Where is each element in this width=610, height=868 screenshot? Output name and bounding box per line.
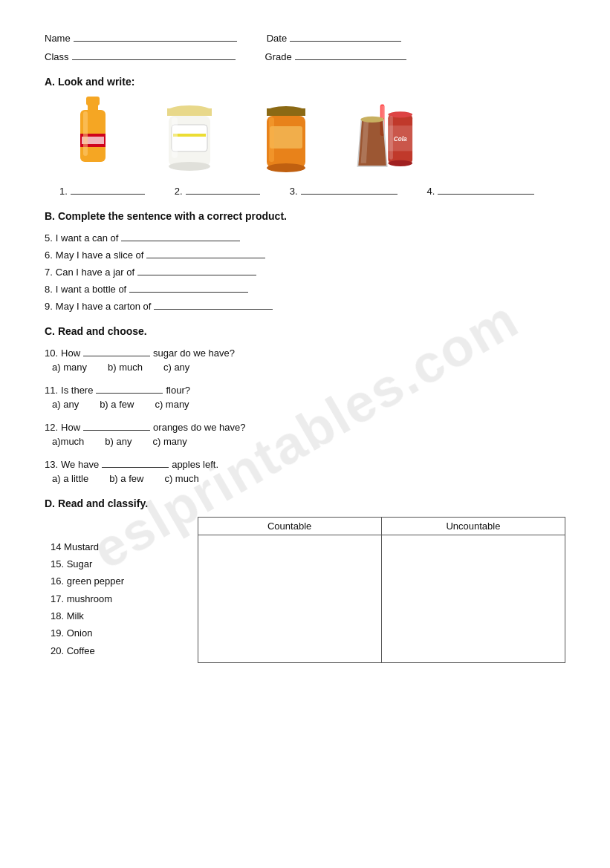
question-11: 11. Is there flour? a) any b) a few c) m… [45, 382, 565, 410]
list-item-19: 19. Onion [51, 624, 192, 642]
q10-blank[interactable] [83, 345, 150, 356]
q12-opt-c[interactable]: c) many [153, 436, 187, 447]
class-label: Class [45, 51, 69, 62]
uncountable-cell[interactable] [381, 535, 565, 663]
items-list: 14 Mustard 15. Sugar 16. green pepper 17… [51, 538, 192, 660]
section-a-title: A. Look and write: [45, 76, 565, 88]
q11-after: flour? [166, 385, 190, 396]
q11-num: 11. [45, 385, 58, 396]
svg-rect-11 [173, 134, 206, 137]
grade-field: Grade [265, 48, 406, 62]
sentence-9-blank[interactable] [154, 298, 273, 310]
classify-table: Countable Uncountable 14 Mustard 15. Sug… [45, 517, 565, 663]
q11-opt-b[interactable]: b) a few [100, 399, 134, 410]
q10-num: 10. [45, 347, 58, 359]
svg-point-16 [267, 163, 305, 172]
class-field: Class [45, 48, 236, 62]
list-item-15: 15. Sugar [51, 555, 192, 572]
list-item-16: 16. green pepper [51, 572, 192, 590]
sentence-5-blank[interactable] [121, 229, 240, 241]
sentence-8: 8. I want a bottle of [45, 281, 565, 295]
answer-line-row: 1. 2. 3. 4. [59, 183, 565, 197]
question-12-text: 12. How oranges do we have? [45, 419, 565, 433]
q12-opt-a[interactable]: a)much [52, 436, 84, 447]
q13-blank[interactable] [102, 456, 169, 468]
sentence-6-num: 6. [45, 249, 53, 261]
name-line[interactable] [74, 30, 237, 42]
list-item-14: 14 Mustard [51, 538, 192, 555]
sentence-7-text: Can I have a jar of [56, 267, 134, 278]
sentence-7-blank[interactable] [137, 264, 256, 275]
q12-options: a)much b) any c) many [52, 436, 565, 447]
q10-opt-b[interactable]: b) much [108, 362, 143, 373]
classify-items-row: 14 Mustard 15. Sugar 16. green pepper 17… [45, 535, 565, 663]
sentence-7: 7. Can I have a jar of [45, 264, 565, 278]
items-col-header [45, 518, 198, 535]
list-item-18: 18. Milk [51, 607, 192, 624]
images-row: Cola [59, 95, 565, 177]
class-line[interactable] [72, 48, 236, 60]
countable-cell[interactable] [198, 535, 381, 663]
items-list-cell: 14 Mustard 15. Sugar 16. green pepper 17… [45, 535, 198, 663]
sentence-5-text: I want a can of [56, 232, 119, 244]
sentence-6-text: May I have a slice of [56, 249, 144, 261]
header-fields: Name Date Class Grade [45, 30, 565, 62]
svg-text:Cola: Cola [394, 136, 407, 143]
section-b-title: B. Complete the sentence with a correct … [45, 210, 565, 222]
answer-item-4: 4. [427, 183, 535, 197]
svg-rect-0 [86, 97, 100, 105]
header-row-2: Class Grade [45, 48, 565, 62]
sentence-7-num: 7. [45, 267, 53, 278]
q13-opt-c[interactable]: c) much [164, 473, 198, 484]
q11-opt-a[interactable]: a) any [52, 399, 79, 410]
svg-rect-27 [389, 116, 393, 160]
answer-blank-4[interactable] [438, 183, 534, 195]
list-item-20: 20. Coffee [51, 642, 192, 659]
section-a: A. Look and write: [45, 76, 565, 197]
svg-rect-7 [167, 108, 212, 116]
svg-point-21 [361, 117, 384, 123]
name-label: Name [45, 33, 71, 44]
q13-after: apples left. [172, 459, 218, 470]
q10-opt-a[interactable]: a) many [52, 362, 87, 373]
svg-rect-1 [88, 105, 98, 111]
q13-num: 13. [45, 459, 58, 470]
question-12: 12. How oranges do we have? a)much b) an… [45, 419, 565, 447]
q13-before: We have [61, 459, 99, 470]
image-item-3 [253, 95, 319, 177]
q13-opt-b[interactable]: b) a few [109, 473, 143, 484]
q11-blank[interactable] [96, 382, 163, 394]
date-label: Date [267, 33, 287, 44]
jar-white-image [156, 95, 223, 177]
jar-honey-image [253, 95, 319, 177]
sentence-8-blank[interactable] [129, 281, 248, 293]
q11-opt-c[interactable]: c) many [155, 399, 189, 410]
sentence-5: 5. I want a can of [45, 229, 565, 244]
q12-opt-b[interactable]: b) any [105, 436, 132, 447]
svg-rect-14 [267, 108, 305, 116]
question-13-text: 13. We have apples left. [45, 456, 565, 470]
sentence-9-num: 9. [45, 301, 53, 312]
q12-num: 12. [45, 422, 58, 433]
q10-before: How [61, 347, 80, 359]
answer-item-1: 1. [59, 183, 145, 197]
mustard-bottle-image [59, 95, 126, 177]
answer-blank-1[interactable] [71, 183, 145, 195]
answer-blank-2[interactable] [186, 183, 260, 195]
sentence-9: 9. May I have a carton of [45, 298, 565, 312]
name-field: Name [45, 30, 237, 44]
q13-opt-a[interactable]: a) a little [52, 473, 88, 484]
answer-num-2: 2. [175, 186, 183, 197]
q10-opt-c[interactable]: c) any [163, 362, 189, 373]
date-line[interactable] [290, 30, 401, 42]
svg-rect-18 [269, 117, 274, 162]
svg-rect-17 [270, 126, 302, 149]
grade-line[interactable] [295, 48, 406, 60]
q12-blank[interactable] [83, 419, 150, 431]
sentence-8-text: I want a bottle of [56, 284, 126, 295]
answer-blank-3[interactable] [301, 183, 398, 195]
svg-point-24 [388, 160, 412, 166]
sentence-6-blank[interactable] [146, 247, 265, 258]
sentence-9-text: May I have a carton of [56, 301, 152, 312]
question-10-text: 10. How sugar do we have? [45, 345, 565, 359]
